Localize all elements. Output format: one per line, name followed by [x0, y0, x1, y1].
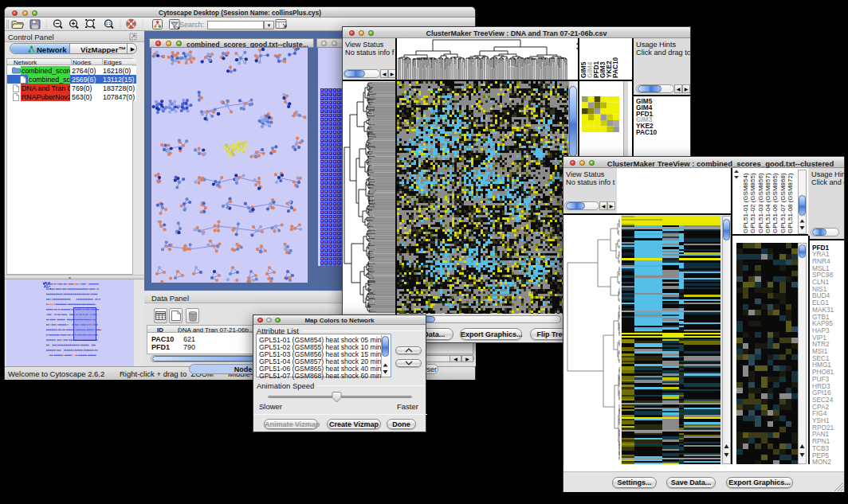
svg-text:GPL51-06 (GSM865): GPL51-06 (GSM865)	[771, 173, 779, 233]
svg-text:GPL51-01 (GSM854): GPL51-01 (GSM854)	[742, 173, 749, 233]
svg-text:1:1: 1:1	[106, 21, 112, 25]
svg-text:GPL51-04 (GSM857): GPL51-04 (GSM857)	[764, 173, 771, 233]
svg-text:GPL51-03 (GSM856): GPL51-03 (GSM856)	[757, 173, 764, 233]
svg-text:PAC10: PAC10	[611, 57, 619, 78]
svg-text:GPL51-08 (GSM872): GPL51-08 (GSM872)	[787, 173, 794, 233]
svg-text:Search:: Search:	[179, 21, 204, 29]
svg-text:GPL51-07 (GSM868): GPL51-07 (GSM868)	[779, 173, 787, 233]
svg-text:GPL51-02 (GSM855): GPL51-02 (GSM855)	[749, 173, 756, 233]
